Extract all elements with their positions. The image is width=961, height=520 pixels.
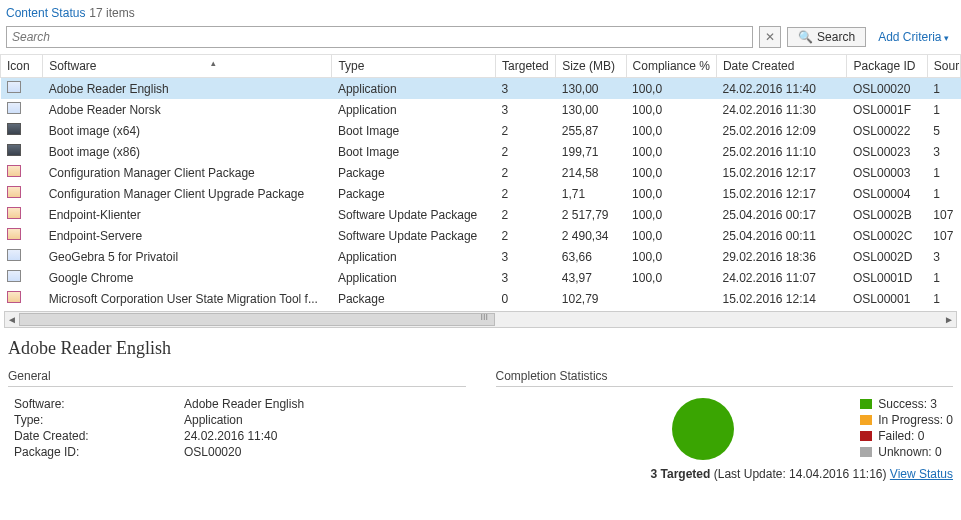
kv-pkg-key: Package ID:: [14, 445, 184, 459]
table-row[interactable]: Google ChromeApplication343,97100,024.02…: [1, 267, 961, 288]
kv-type-key: Type:: [14, 413, 184, 427]
cell-compliance: 100,0: [626, 141, 716, 162]
cell-size: 130,00: [556, 99, 626, 120]
cell-software: Microsoft Corporation User State Migrati…: [43, 288, 332, 309]
cell-size: 199,71: [556, 141, 626, 162]
table-row[interactable]: Endpoint-ServereSoftware Update Package2…: [1, 225, 961, 246]
scroll-thumb[interactable]: [19, 313, 495, 326]
cell-package-id: OSL0002D: [847, 246, 927, 267]
table-row[interactable]: Microsoft Corporation User State Migrati…: [1, 288, 961, 309]
cell-size: 255,87: [556, 120, 626, 141]
table-row[interactable]: Adobe Reader NorskApplication3130,00100,…: [1, 99, 961, 120]
cell-compliance: [626, 288, 716, 309]
cell-compliance: 100,0: [626, 183, 716, 204]
table-row[interactable]: Endpoint-KlienterSoftware Update Package…: [1, 204, 961, 225]
table-row[interactable]: Configuration Manager Client Upgrade Pac…: [1, 183, 961, 204]
detail-title: Adobe Reader English: [8, 338, 953, 359]
legend: Success: 3 In Progress: 0 Failed: 0 Unkn…: [860, 397, 953, 461]
cell-source: 3: [927, 246, 960, 267]
table-row[interactable]: Configuration Manager Client PackagePack…: [1, 162, 961, 183]
header-count: 17 items: [89, 6, 134, 20]
column-header-icon[interactable]: Icon: [1, 55, 43, 78]
cell-source: 1: [927, 99, 960, 120]
row-icon: [7, 207, 21, 219]
row-icon: [7, 81, 21, 93]
cell-compliance: 100,0: [626, 267, 716, 288]
cell-software: Boot image (x86): [43, 141, 332, 162]
horizontal-scrollbar[interactable]: ◄ III ►: [4, 311, 957, 328]
targeted-count: 3 Targeted: [651, 467, 711, 481]
cell-source: 3: [927, 141, 960, 162]
search-button[interactable]: 🔍 Search: [787, 27, 866, 47]
add-criteria-button[interactable]: Add Criteria: [872, 30, 955, 44]
cell-software: Configuration Manager Client Package: [43, 162, 332, 183]
cell-compliance: 100,0: [626, 246, 716, 267]
stats-panel: Completion Statistics Success: 3 In Prog…: [496, 369, 954, 481]
swatch-unknown: [860, 447, 872, 457]
cell-targeted: 2: [496, 162, 556, 183]
column-header-software[interactable]: Software: [43, 55, 332, 78]
view-status-link[interactable]: View Status: [890, 467, 953, 481]
column-header-size[interactable]: Size (MB): [556, 55, 626, 78]
grid: Icon Software Type Targeted Size (MB) Co…: [0, 54, 961, 328]
column-header-package-id[interactable]: Package ID: [847, 55, 927, 78]
row-icon: [7, 102, 21, 114]
kv-pkg-value: OSL00020: [184, 445, 241, 459]
cell-date: 25.02.2016 11:10: [716, 141, 847, 162]
cell-type: Application: [332, 246, 496, 267]
cell-type: Software Update Package: [332, 204, 496, 225]
clear-search-button[interactable]: ✕: [759, 26, 781, 48]
column-header-targeted[interactable]: Targeted: [496, 55, 556, 78]
cell-source: 5: [927, 120, 960, 141]
column-header-date[interactable]: Date Created: [716, 55, 847, 78]
search-input[interactable]: [6, 26, 753, 48]
cell-compliance: 100,0: [626, 204, 716, 225]
cell-type: Boot Image: [332, 141, 496, 162]
general-panel-header: General: [8, 369, 466, 387]
kv-date-key: Date Created:: [14, 429, 184, 443]
cell-targeted: 2: [496, 183, 556, 204]
legend-unknown: Unknown: 0: [878, 445, 941, 459]
cell-compliance: 100,0: [626, 225, 716, 246]
cell-targeted: 2: [496, 120, 556, 141]
scroll-right-arrow-icon[interactable]: ►: [942, 312, 956, 327]
cell-package-id: OSL0001F: [847, 99, 927, 120]
cell-package-id: OSL0001D: [847, 267, 927, 288]
cell-software: Adobe Reader English: [43, 78, 332, 100]
table-row[interactable]: Adobe Reader EnglishApplication3130,0010…: [1, 78, 961, 100]
pie-chart: [672, 398, 734, 460]
cell-package-id: OSL0002B: [847, 204, 927, 225]
swatch-success: [860, 399, 872, 409]
close-icon: ✕: [765, 30, 775, 44]
cell-compliance: 100,0: [626, 120, 716, 141]
cell-compliance: 100,0: [626, 162, 716, 183]
table-row[interactable]: Boot image (x64)Boot Image2255,87100,025…: [1, 120, 961, 141]
cell-size: 43,97: [556, 267, 626, 288]
table-row[interactable]: Boot image (x86)Boot Image2199,71100,025…: [1, 141, 961, 162]
cell-type: Application: [332, 99, 496, 120]
header-title: Content Status: [6, 6, 85, 20]
cell-date: 25.02.2016 12:09: [716, 120, 847, 141]
cell-source: 107: [927, 204, 960, 225]
cell-source: 1: [927, 288, 960, 309]
column-header-compliance[interactable]: Compliance %: [626, 55, 716, 78]
table-row[interactable]: GeoGebra 5 for PrivatoilApplication363,6…: [1, 246, 961, 267]
column-header-source[interactable]: Sour: [927, 55, 960, 78]
cell-date: 24.02.2016 11:40: [716, 78, 847, 100]
cell-targeted: 0: [496, 288, 556, 309]
legend-success: Success: 3: [878, 397, 937, 411]
row-icon: [7, 123, 21, 135]
cell-type: Software Update Package: [332, 225, 496, 246]
scroll-left-arrow-icon[interactable]: ◄: [5, 312, 19, 327]
cell-source: 107: [927, 225, 960, 246]
scroll-grip-icon: III: [481, 312, 489, 322]
cell-date: 24.02.2016 11:07: [716, 267, 847, 288]
cell-software: Endpoint-Servere: [43, 225, 332, 246]
column-header-type[interactable]: Type: [332, 55, 496, 78]
cell-targeted: 3: [496, 99, 556, 120]
targeted-rest: (Last Update: 14.04.2016 11:16): [710, 467, 889, 481]
cell-source: 1: [927, 78, 960, 100]
row-icon: [7, 165, 21, 177]
cell-size: 102,79: [556, 288, 626, 309]
cell-targeted: 3: [496, 78, 556, 100]
